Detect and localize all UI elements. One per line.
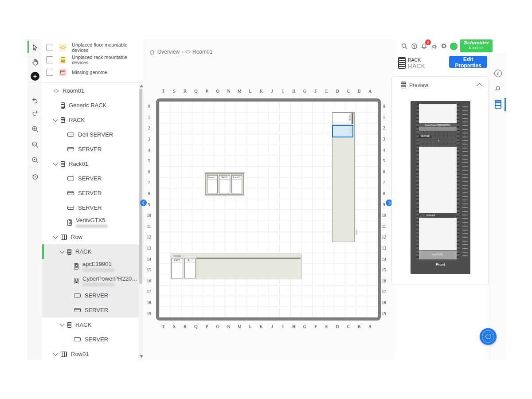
rack-group-object[interactable]: Generic... RACK Rack01 — [205, 172, 244, 196]
rack-object[interactable]: Rack01 — [231, 175, 242, 193]
scrollbar-thumb[interactable] — [139, 89, 142, 284]
rack-object-selected[interactable]: RACK — [332, 125, 353, 137]
selected-item-type: RACK — [408, 57, 421, 63]
tree-item[interactable]: Row — [42, 230, 139, 244]
checkbox[interactable] — [46, 56, 53, 63]
tree-item-label: RACK — [75, 321, 91, 328]
tree-item[interactable]: SERVER — [42, 186, 139, 200]
zoom-out-button[interactable] — [31, 140, 39, 149]
tree-item-icon — [74, 278, 78, 284]
grid-label: A — [364, 324, 376, 330]
tree-item-icon — [61, 161, 65, 167]
redo-button[interactable] — [31, 108, 39, 117]
breadcrumb-current-room[interactable]: Room01 — [192, 49, 212, 55]
grid-label: S — [169, 89, 180, 94]
legend-label: Missing genome — [72, 70, 107, 75]
tree-item[interactable]: CyberPowerPR2200R... — [42, 274, 139, 288]
tree-item[interactable]: SERVER — [42, 288, 139, 303]
chevron-down-icon[interactable] — [59, 248, 64, 253]
grid-label: K — [256, 324, 267, 330]
grid-label: 0 — [380, 101, 387, 112]
row-label: Row — [355, 230, 358, 235]
tree-item[interactable]: VertivGTX5 — [42, 215, 139, 230]
chevron-down-icon[interactable] — [53, 351, 58, 356]
notifications-button[interactable]: 2 — [420, 42, 429, 51]
user-menu-button[interactable] — [450, 42, 458, 51]
rack-object[interactable]: Ro..f — [184, 258, 196, 278]
feedback-button[interactable] — [430, 42, 438, 51]
selected-item-name: RACK — [408, 63, 425, 70]
tree-item[interactable]: Generic RACK — [42, 98, 139, 113]
collapse-left-panel-button[interactable] — [140, 200, 147, 206]
tree-item-icon — [74, 263, 78, 270]
tree-item-icon — [61, 352, 67, 357]
tree-item[interactable]: apcE19901 — [42, 259, 139, 274]
tree-item[interactable]: Room01 — [42, 83, 139, 98]
grid-label: P — [201, 324, 212, 330]
zoom-in-icon — [31, 125, 39, 133]
row-label: Row01 — [173, 254, 181, 257]
grid-label: N — [223, 324, 234, 330]
tree-item[interactable]: SERVER — [42, 332, 139, 347]
settings-button[interactable]: ⚙ — [440, 42, 449, 51]
chevron-up-icon[interactable] — [477, 83, 482, 89]
checkbox[interactable] — [46, 44, 53, 51]
rack-rail-right — [457, 104, 459, 259]
checkbox[interactable] — [46, 69, 53, 76]
tree-item[interactable]: RACK — [42, 113, 139, 127]
add-device-button[interactable]: + — [31, 72, 39, 81]
grid-label: 15 — [145, 265, 153, 276]
history-button[interactable] — [31, 172, 39, 181]
tree-item[interactable]: SERVER — [42, 142, 139, 156]
select-tool-button[interactable] — [31, 43, 39, 52]
legend-row[interactable]: Unplaced rack mountable devices — [42, 54, 143, 66]
tree-item[interactable]: RACK — [42, 244, 139, 259]
assistant-button[interactable] — [480, 328, 497, 345]
tree-item-label: Dell SERVER — [78, 131, 113, 138]
rack-front-preview: CyberPowerPR2200RTXL SERVER SERVER apcE1… — [411, 101, 470, 274]
rack-view-button[interactable] — [493, 100, 502, 109]
grid-label: 16 — [145, 276, 153, 287]
pan-tool-button[interactable] — [31, 58, 39, 66]
edit-properties-button[interactable]: Edit Properties — [449, 56, 487, 68]
tree-item-icon — [67, 249, 71, 255]
grid-label: T — [158, 324, 169, 330]
tree-item[interactable]: Dell SERVER — [42, 127, 139, 142]
tree-item[interactable]: RACK — [42, 317, 139, 332]
zoom-in-button[interactable] — [31, 125, 39, 133]
tree-item[interactable]: SERVER — [42, 303, 139, 317]
chevron-down-icon[interactable] — [53, 160, 58, 165]
preview-device-server: SERVER — [419, 213, 457, 218]
rack-object[interactable]: Generic... — [207, 175, 218, 193]
tree-item[interactable]: SERVER — [42, 200, 139, 215]
grid-label: 16 — [380, 276, 387, 287]
tree-item[interactable]: Row01 — [42, 347, 139, 360]
chevron-down-icon[interactable] — [53, 117, 58, 121]
rack-object[interactable]: RACK — [171, 258, 183, 278]
grid-label: 18 — [145, 297, 153, 309]
rack-object[interactable]: RACK — [219, 175, 230, 193]
plus-icon: + — [33, 72, 37, 81]
breadcrumb-overview-link[interactable]: Overview — [157, 49, 180, 55]
alarms-button[interactable] — [493, 84, 502, 93]
grid-label: E — [321, 324, 332, 330]
legend-row[interactable]: Unplaced floor mountable devices — [42, 41, 143, 54]
grid-label: J — [266, 324, 278, 330]
chevron-down-icon[interactable] — [53, 234, 58, 239]
tree-item[interactable]: SERVER — [42, 171, 139, 186]
legend-row[interactable]: Missing genome — [42, 66, 143, 78]
zoom-fit-button[interactable] — [31, 156, 39, 164]
search-button[interactable] — [400, 42, 409, 51]
logo-line1: Schneider — [460, 39, 493, 46]
undo-button[interactable] — [31, 96, 39, 105]
rack-object[interactable]: RACK — [332, 113, 353, 124]
tree-item-icon — [61, 102, 65, 109]
help-button[interactable] — [410, 42, 419, 51]
info-button[interactable]: i — [493, 69, 502, 78]
bell-icon — [494, 85, 501, 92]
chevron-down-icon[interactable] — [59, 321, 64, 326]
grid-label: G — [299, 89, 310, 94]
tree-item[interactable]: Rack01 — [42, 156, 139, 171]
grid-label: 3 — [380, 134, 387, 145]
grid-label: O — [212, 89, 223, 94]
